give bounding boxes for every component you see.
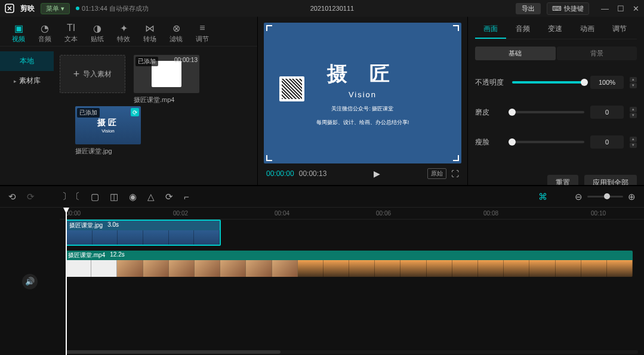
- smooth-slider[interactable]: [512, 111, 584, 113]
- maximize-button[interactable]: ☐: [617, 4, 624, 13]
- clip-overlay[interactable]: 摄匠课堂.jpg3.0s: [66, 220, 221, 246]
- tab-filter[interactable]: ⊗滤镜: [165, 20, 187, 46]
- tab-adjust[interactable]: ≡调节: [191, 20, 214, 46]
- zoom-out-button[interactable]: ⊖: [575, 192, 583, 202]
- crop-button[interactable]: ◫: [110, 192, 118, 202]
- timeline: ⟲ ⟳ 〕〔 ▢ ◫ ◉ △ ⟳ ⌐ ⌘ ⊖ ⊕ 🔊 00:00 00:02 0…: [0, 185, 644, 355]
- opacity-value[interactable]: 100%: [590, 76, 624, 89]
- reverse-button[interactable]: △: [147, 192, 155, 202]
- tab-animation[interactable]: 动画: [572, 20, 603, 39]
- magnet-button[interactable]: ⌘: [538, 192, 547, 202]
- inspector-panel: 画面 音频 变速 动画 调节 基础 背景 不透明度 100% ▴▾ 磨皮 0 ▴…: [468, 17, 644, 185]
- smooth-label: 磨皮: [475, 107, 506, 118]
- undo-button[interactable]: ⟲: [8, 192, 16, 202]
- audio-icon: ◔: [39, 23, 50, 33]
- tab-transition[interactable]: ⋈转场: [138, 20, 161, 46]
- clip-duration: 12.2s: [110, 251, 124, 260]
- timeline-toolbar: ⟲ ⟳ 〕〔 ▢ ◫ ◉ △ ⟳ ⌐ ⌘ ⊖ ⊕: [0, 186, 644, 208]
- zoom-slider[interactable]: [587, 196, 623, 197]
- rotate-button[interactable]: ⌐: [184, 192, 189, 202]
- subtab-basic[interactable]: 基础: [475, 47, 556, 60]
- timeline-scrollbar[interactable]: [66, 350, 638, 354]
- tab-text[interactable]: TI文本: [60, 20, 82, 46]
- chevron-down-icon: ▾: [61, 5, 64, 13]
- adjust-icon: ≡: [197, 23, 208, 33]
- transition-icon: ⋈: [144, 23, 155, 33]
- chevron-right-icon: ▸: [14, 78, 17, 84]
- media-panel: ▣视频 ◔音频 TI文本 ◑贴纸 ✦特效 ⋈转场 ⊗滤镜 ≡调节 本地 ▸素材库…: [0, 17, 258, 185]
- playhead[interactable]: [66, 208, 67, 355]
- clip-name: 摄匠课堂.jpg: [69, 221, 103, 230]
- smooth-value[interactable]: 0: [590, 106, 624, 119]
- inspector-tabs: 画面 音频 变速 动画 调节: [475, 20, 637, 39]
- preview-controls: 00:00:00 00:00:13 ▶ 原始 ⛶: [264, 163, 461, 179]
- tab-audio-insp[interactable]: 音频: [507, 20, 538, 39]
- titlebar: 剪映 菜单▾ 01:13:44 自动保存成功 202101230111 导出 ⌨…: [0, 0, 644, 17]
- clip-duration: 3.0s: [107, 221, 119, 230]
- sticker-icon: ◑: [92, 23, 103, 33]
- timeline-left: 🔊: [0, 208, 60, 355]
- timeline-ruler[interactable]: 00:00 00:02 00:04 00:06 00:08 00:10: [60, 208, 644, 220]
- tab-speed[interactable]: 变速: [540, 20, 571, 39]
- import-media-button[interactable]: +导入素材: [60, 55, 125, 93]
- menu-button[interactable]: 菜单▾: [41, 3, 70, 14]
- export-button[interactable]: 导出: [516, 3, 541, 14]
- minimize-button[interactable]: —: [601, 4, 609, 13]
- added-badge: 已添加: [77, 108, 100, 118]
- fullscreen-button[interactable]: ⛶: [451, 169, 459, 178]
- slim-stepper[interactable]: ▴▾: [630, 137, 637, 148]
- redo-button[interactable]: ⟳: [27, 192, 35, 202]
- tab-effect[interactable]: ✦特效: [112, 20, 135, 46]
- media-thumbnail-mp4[interactable]: 已添加 00:00:13: [134, 55, 199, 93]
- tab-audio[interactable]: ◔音频: [33, 20, 56, 46]
- smooth-stepper[interactable]: ▴▾: [630, 107, 637, 118]
- effect-icon: ✦: [118, 23, 129, 33]
- close-button[interactable]: ✕: [633, 4, 639, 13]
- opacity-stepper[interactable]: ▴▾: [630, 77, 637, 88]
- media-thumbnail-jpg[interactable]: 已添加 ⟳ 摄匠Vision: [75, 106, 141, 144]
- qr-code-icon: [279, 76, 304, 101]
- tab-adjust-insp[interactable]: 调节: [604, 20, 635, 39]
- autosave-status: 01:13:44 自动保存成功: [76, 4, 149, 13]
- opacity-label: 不透明度: [475, 78, 506, 88]
- sidebar-item-local[interactable]: 本地: [0, 51, 54, 71]
- ruler-mark: 00:06: [376, 210, 391, 217]
- tab-sticker[interactable]: ◑贴纸: [86, 20, 109, 46]
- ruler-mark: 00:00: [66, 210, 81, 217]
- export-frame-button[interactable]: ◉: [129, 192, 137, 202]
- preview-canvas[interactable]: 摄 匠 Vision 关注微信公众号: 摄匠课堂 每周摄影、设计、绘画、办公总结…: [264, 23, 461, 163]
- opacity-slider[interactable]: [512, 81, 584, 84]
- window-controls: — ☐ ✕: [601, 4, 639, 13]
- prop-slim: 瘦脸 0 ▴▾: [475, 135, 637, 149]
- slim-value[interactable]: 0: [590, 135, 624, 149]
- tab-picture[interactable]: 画面: [475, 20, 506, 39]
- subtab-background[interactable]: 背景: [557, 47, 637, 60]
- tab-video[interactable]: ▣视频: [7, 20, 30, 46]
- zoom-control: ⊖ ⊕: [575, 192, 636, 202]
- video-icon: ▣: [13, 23, 24, 33]
- play-button[interactable]: ▶: [374, 169, 380, 178]
- delete-button[interactable]: ▢: [91, 192, 99, 202]
- clip-name: 摄匠课堂.mp4: [68, 251, 105, 260]
- shortcuts-button[interactable]: ⌨快捷键: [547, 2, 589, 15]
- split-button[interactable]: 〕〔: [62, 191, 80, 202]
- ratio-button[interactable]: 原始: [427, 168, 446, 179]
- ruler-mark: 00:10: [591, 210, 606, 217]
- preview-sub2: 每周摄影、设计、绘画、办公总结分享!: [316, 119, 409, 126]
- total-time: 00:00:13: [299, 169, 327, 178]
- preview-brand-text: 摄 匠: [327, 60, 398, 88]
- timeline-tracks[interactable]: 00:00 00:02 00:04 00:06 00:08 00:10 摄匠课堂…: [60, 208, 644, 355]
- filename-label: 摄匠课堂.jpg: [75, 147, 141, 156]
- mute-button[interactable]: 🔊: [22, 274, 38, 289]
- app-logo-icon: [5, 4, 14, 13]
- sidebar-item-library[interactable]: ▸素材库: [0, 71, 54, 91]
- preview-sub1: 关注微信公众号: 摄匠课堂: [331, 105, 393, 113]
- preview-panel: 摄 匠 Vision 关注微信公众号: 摄匠课堂 每周摄影、设计、绘画、办公总结…: [258, 17, 468, 185]
- clip-main[interactable]: 摄匠课堂.mp412.2s: [66, 251, 633, 277]
- zoom-in-button[interactable]: ⊕: [628, 192, 636, 202]
- mirror-button[interactable]: ⟳: [165, 192, 173, 202]
- slim-slider[interactable]: [512, 141, 584, 143]
- filter-icon: ⊗: [171, 23, 181, 33]
- app-name: 剪映: [20, 4, 35, 14]
- added-badge: 已添加: [135, 57, 158, 66]
